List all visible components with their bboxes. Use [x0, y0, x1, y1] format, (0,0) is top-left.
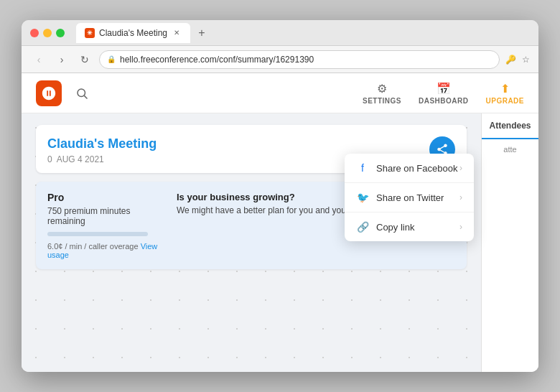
app-content: ⚙ SETTINGS 📅 DASHBOARD ⬆ UPGRADE: [22, 73, 538, 372]
settings-icon: ⚙: [377, 82, 387, 95]
sidebar: Attendees atte: [481, 113, 538, 372]
close-traffic-light[interactable]: [30, 29, 39, 37]
meeting-meta: 0 AUG 4 2021: [47, 154, 157, 164]
lock-icon: 🔒: [107, 55, 116, 63]
tab-area: ✳ Claudia's Meeting ✕ +: [76, 23, 210, 43]
share-copy-item[interactable]: 🔗 Copy link ›: [345, 213, 474, 241]
plan-left: Pro 750 premium minutes remaining 6.0¢ /…: [47, 192, 162, 259]
meeting-id: 0: [47, 154, 52, 164]
traffic-lights: [30, 29, 65, 37]
dashboard-icon: 📅: [437, 82, 451, 95]
main-area: Claudia's Meeting 0 AUG 4 2021: [22, 113, 538, 372]
share-copy-left: 🔗 Copy link: [356, 221, 414, 233]
svg-point-0: [78, 89, 85, 97]
tab-title: Claudia's Meeting: [99, 28, 167, 38]
minimize-traffic-light[interactable]: [43, 29, 52, 37]
meeting-title: Claudia's Meeting: [47, 136, 157, 151]
facebook-chevron-icon: ›: [459, 163, 462, 173]
share-facebook-item[interactable]: f Share on Facebook ›: [345, 154, 474, 183]
title-bar: ✳ Claudia's Meeting ✕ +: [22, 20, 538, 46]
tab-close-button[interactable]: ✕: [172, 28, 182, 38]
browser-window: ✳ Claudia's Meeting ✕ + ‹ › ↻ 🔒 hello.fr…: [22, 20, 538, 372]
search-icon[interactable]: [73, 85, 90, 102]
atte-text: atte: [500, 139, 519, 159]
logo-icon: [41, 85, 57, 101]
tab-favicon: ✳: [85, 28, 95, 38]
upgrade-icon: ⬆: [500, 82, 510, 95]
copy-link-icon: 🔗: [356, 221, 369, 233]
refresh-button[interactable]: ↻: [76, 51, 93, 68]
maximize-traffic-light[interactable]: [56, 29, 65, 37]
upgrade-nav-item[interactable]: ⬆ UPGRADE: [485, 82, 524, 105]
url-text: hello.freeconference.com/conf/summary/16…: [120, 55, 492, 65]
star-icon[interactable]: ☆: [522, 55, 530, 65]
twitter-chevron-icon: ›: [459, 192, 462, 202]
meeting-date: AUG 4 2021: [57, 154, 104, 164]
share-twitter-item[interactable]: 🐦 Share on Twitter ›: [345, 183, 474, 213]
forward-button[interactable]: ›: [53, 51, 70, 68]
back-button[interactable]: ‹: [30, 51, 47, 68]
share-copy-label: Copy link: [376, 222, 414, 233]
minutes-bar: [47, 232, 148, 236]
app-logo: [36, 80, 62, 106]
url-bar[interactable]: 🔒 hello.freeconference.com/conf/summary/…: [99, 50, 500, 69]
facebook-icon: f: [356, 162, 369, 174]
share-twitter-label: Share on Twitter: [376, 192, 444, 203]
dashboard-label: DASHBOARD: [419, 97, 469, 105]
plan-name: Pro: [47, 192, 162, 203]
app-header: ⚙ SETTINGS 📅 DASHBOARD ⬆ UPGRADE: [22, 73, 538, 113]
share-facebook-label: Share on Facebook: [376, 163, 457, 174]
upgrade-label: UPGRADE: [485, 97, 524, 105]
dashboard-nav-item[interactable]: 📅 DASHBOARD: [419, 82, 469, 105]
header-nav: ⚙ SETTINGS 📅 DASHBOARD ⬆ UPGRADE: [363, 82, 524, 105]
share-dropdown: f Share on Facebook › 🐦 Share on Twitter…: [345, 154, 474, 241]
content-area: Claudia's Meeting 0 AUG 4 2021: [22, 113, 481, 372]
copy-chevron-icon: ›: [459, 222, 462, 232]
attendees-tab[interactable]: Attendees: [482, 113, 538, 139]
svg-line-1: [84, 95, 87, 98]
address-bar: ‹ › ↻ 🔒 hello.freeconference.com/conf/su…: [22, 46, 538, 73]
key-icon: 🔑: [505, 55, 516, 65]
share-facebook-left: f Share on Facebook: [356, 162, 457, 174]
share-twitter-left: 🐦 Share on Twitter: [356, 192, 444, 203]
active-tab[interactable]: ✳ Claudia's Meeting ✕: [76, 23, 190, 43]
plan-rate: 6.0¢ / min / caller overage View usage: [47, 242, 162, 259]
new-tab-button[interactable]: +: [193, 24, 210, 42]
twitter-icon: 🐦: [356, 192, 369, 203]
settings-nav-item[interactable]: ⚙ SETTINGS: [363, 82, 401, 105]
meeting-info: Claudia's Meeting 0 AUG 4 2021: [47, 136, 157, 164]
plan-minutes: 750 premium minutes remaining: [47, 206, 162, 226]
settings-label: SETTINGS: [363, 97, 401, 105]
